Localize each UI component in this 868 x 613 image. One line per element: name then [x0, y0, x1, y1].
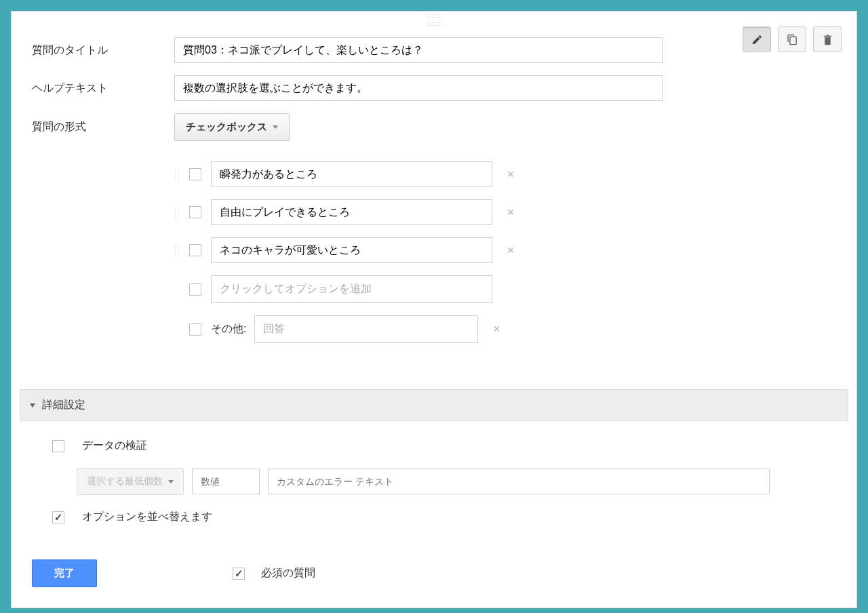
trash-icon	[822, 34, 833, 45]
other-answer-input[interactable]: 回答	[254, 315, 478, 343]
option-drag-handle[interactable]: ::::::	[174, 170, 184, 180]
validation-error-text-input[interactable]	[268, 469, 770, 494]
required-checkbox[interactable]	[233, 568, 245, 580]
done-button[interactable]: 完了	[32, 559, 97, 587]
option-checkbox	[189, 168, 201, 180]
help-text-input[interactable]	[174, 75, 663, 101]
option-row: :::::: ×	[174, 199, 836, 225]
remove-option-button[interactable]: ×	[505, 243, 517, 258]
remove-option-button[interactable]: ×	[505, 205, 517, 220]
duplicate-button[interactable]	[778, 26, 806, 52]
type-label: 質問の形式	[32, 120, 174, 134]
question-title-input[interactable]	[174, 37, 663, 63]
validation-condition-dropdown[interactable]: 選択する最低個数	[77, 468, 184, 495]
option-input[interactable]	[211, 161, 492, 187]
other-option-row: その他: 回答 ×	[174, 315, 836, 343]
edit-button[interactable]	[743, 26, 771, 52]
add-option-row: クリックしてオプションを追加	[174, 275, 836, 303]
dropdown-label: 選択する最低個数	[87, 475, 163, 488]
option-drag-handle[interactable]: ::::::	[174, 245, 184, 256]
advanced-settings-label: 詳細設定	[42, 398, 85, 412]
chevron-down-icon	[168, 480, 174, 483]
option-row: :::::: ×	[174, 237, 836, 263]
copy-icon	[787, 34, 798, 45]
remove-other-button[interactable]: ×	[490, 322, 502, 336]
question-editor-card: :::::::::::: 質問のタイトル ヘルプテキスト 質問	[11, 11, 857, 608]
delete-button[interactable]	[813, 26, 842, 52]
card-drag-handle[interactable]: ::::::::::::	[12, 12, 856, 24]
add-option-input[interactable]: クリックしてオプションを追加	[211, 275, 492, 303]
question-type-dropdown[interactable]: チェックボックス	[174, 113, 290, 141]
advanced-settings-toggle[interactable]: 詳細設定	[20, 389, 848, 421]
chevron-down-icon	[30, 403, 35, 408]
option-checkbox	[189, 206, 201, 218]
required-label: 必須の質問	[261, 566, 315, 580]
validation-number-input[interactable]	[192, 469, 260, 494]
title-label: 質問のタイトル	[32, 43, 174, 58]
other-label: その他:	[211, 322, 246, 336]
option-input[interactable]	[211, 237, 492, 263]
option-drag-handle[interactable]: ::::::	[174, 207, 184, 218]
option-checkbox	[189, 283, 201, 296]
help-label: ヘルプテキスト	[32, 81, 174, 96]
option-input[interactable]	[211, 199, 492, 225]
shuffle-options-label: オプションを並べ替えます	[82, 510, 212, 524]
other-checkbox	[189, 323, 201, 336]
toolbar	[743, 26, 842, 52]
option-checkbox	[189, 244, 201, 256]
data-validation-label: データの検証	[82, 439, 147, 453]
remove-option-button[interactable]: ×	[505, 167, 517, 182]
pencil-icon	[751, 34, 763, 45]
option-row: :::::: ×	[174, 161, 836, 187]
dropdown-label: チェックボックス	[186, 121, 267, 134]
shuffle-options-checkbox[interactable]	[52, 511, 64, 523]
data-validation-checkbox[interactable]	[52, 440, 64, 452]
chevron-down-icon	[273, 125, 278, 129]
